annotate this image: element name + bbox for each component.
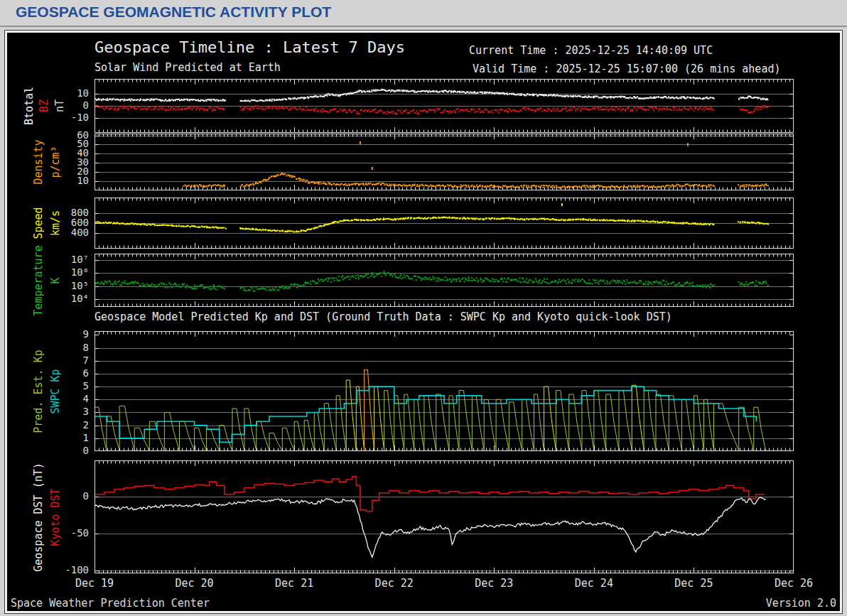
x-axis-label: Dec 19 bbox=[66, 577, 123, 590]
y-tick-label: 0 bbox=[45, 99, 89, 111]
x-axis-label: Dec 20 bbox=[166, 577, 223, 590]
kp-plot: 9876543210Pred. Est. KpSWPC Kp bbox=[95, 331, 794, 451]
model-section-title: Geospace Model Predicted Kp and DST (Gro… bbox=[95, 310, 672, 323]
current-time-label: Current Time : 2025-12-25 14:40:09 UTC bbox=[469, 44, 713, 57]
y-axis-label: K bbox=[49, 277, 62, 283]
plot-window: Geospace Timeline : Latest 7 Days Curren… bbox=[5, 31, 842, 613]
y-axis-label: km/s bbox=[49, 210, 62, 236]
kp-canvas bbox=[95, 331, 794, 451]
x-axis-label: Dec 22 bbox=[366, 577, 423, 590]
y-axis-label: Btotal bbox=[23, 87, 36, 125]
x-axis-label: Dec 26 bbox=[765, 577, 822, 590]
y-tick-label: 10⁴ bbox=[45, 293, 89, 304]
y-tick-label: 7 bbox=[45, 355, 89, 366]
valid-time-label: Valid Time : 2025-12-25 15:07:00 (26 min… bbox=[473, 63, 780, 75]
temperature-plot: 10⁷10⁶10⁵10⁴TemperatureK bbox=[95, 254, 794, 307]
x-axis-label: Dec 24 bbox=[566, 577, 622, 590]
y-tick-label: 1 bbox=[45, 432, 89, 443]
y-tick-label: 8 bbox=[45, 342, 89, 353]
bfield-canvas bbox=[95, 79, 794, 133]
y-axis-label: Pred. Est. Kp bbox=[32, 350, 45, 433]
y-axis-label: Kyoto DST bbox=[49, 488, 62, 546]
y-axis-label: Density bbox=[32, 139, 45, 184]
y-tick-label: -100 bbox=[45, 564, 89, 576]
page-header: GEOSPACE GEOMAGNETIC ACTIVITY PLOT bbox=[16, 4, 331, 21]
x-axis-label: Dec 23 bbox=[465, 577, 522, 590]
density-plot: 605040302010Densityp/cm³ bbox=[95, 134, 794, 190]
dst-canvas bbox=[95, 460, 794, 573]
x-axis-labels: Dec 19Dec 20Dec 21Dec 22Dec 23Dec 24Dec … bbox=[7, 577, 840, 591]
solar-wind-subtitle: Solar Wind Predicted at Earth bbox=[95, 61, 281, 74]
y-tick-label: 0 bbox=[45, 445, 89, 456]
dst-plot: 0-50-100Geospace DST (nT)Kyoto DST bbox=[95, 460, 794, 573]
y-axis-label: SWPC Kp bbox=[49, 369, 62, 414]
y-axis-label: Geospace DST (nT) bbox=[32, 463, 45, 572]
x-axis-label: Dec 25 bbox=[665, 577, 722, 590]
plot-title: Geospace Timeline : Latest 7 Days bbox=[95, 38, 405, 56]
y-tick-label: 10⁷ bbox=[45, 254, 89, 265]
y-axis-label: Temperature bbox=[32, 245, 45, 315]
page: GEOSPACE GEOMAGNETIC ACTIVITY PLOT Geosp… bbox=[0, 0, 847, 616]
y-tick-label: 9 bbox=[45, 328, 89, 340]
page-title: GEOSPACE GEOMAGNETIC ACTIVITY PLOT bbox=[16, 4, 331, 20]
y-tick-label: 2 bbox=[45, 419, 89, 431]
y-axis-label: nT bbox=[53, 99, 66, 112]
y-tick-label: 10⁶ bbox=[45, 266, 89, 278]
x-axis-label: Dec 21 bbox=[266, 577, 323, 590]
header-divider bbox=[0, 26, 847, 27]
speed-plot: 800600400Speedkm/s bbox=[95, 198, 794, 249]
y-axis-label: BZ bbox=[38, 99, 50, 112]
footer-version: Version 2.0 bbox=[766, 597, 836, 610]
density-canvas bbox=[95, 134, 794, 190]
y-axis-label: Speed bbox=[32, 207, 45, 239]
speed-canvas bbox=[95, 198, 794, 249]
y-axis-label: p/cm³ bbox=[49, 146, 62, 178]
y-tick-label: 10 bbox=[45, 87, 89, 99]
bfield-plot: 100-10BtotalBZnT bbox=[95, 79, 794, 133]
y-tick-label: -10 bbox=[45, 112, 89, 123]
footer-credit: Space Weather Prediction Center bbox=[11, 597, 210, 610]
plot-stage: Geospace Timeline : Latest 7 Days Curren… bbox=[7, 33, 840, 611]
temp-canvas bbox=[95, 254, 794, 307]
